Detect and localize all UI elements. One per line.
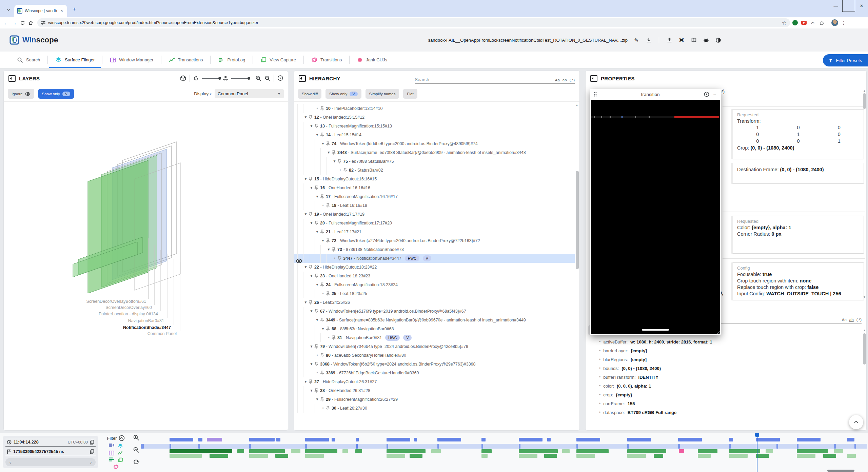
properties-scrollbar[interactable] [863, 93, 866, 109]
hierarchy-node-12[interactable]: ▼12 - OneHanded:15:15#12 [294, 113, 575, 122]
new-tab-button[interactable]: + [71, 5, 78, 13]
trace-segment[interactable] [562, 449, 570, 453]
trace-segment[interactable] [210, 454, 228, 458]
surfaceflinger-filter-icon[interactable] [118, 443, 123, 449]
regex-toggle[interactable]: (.*) [856, 318, 862, 323]
spacing-slider[interactable] [231, 78, 249, 79]
hierarchy-node-19[interactable]: ▼19 - OneHanded:17:17#19 [294, 210, 575, 219]
hierarchy-node-74[interactable]: ▼74 - WindowToken{fdddbe6 type=2000 andr… [294, 139, 575, 148]
copy-icon[interactable] [90, 440, 94, 445]
hierarchy-node-10[interactable]: •10 - ImePlaceholder:13:14#10 [294, 104, 575, 113]
hierarchy-node-13[interactable]: ▼13 - FullscreenMagnification:15:15#13 [294, 122, 575, 131]
copy-icon[interactable] [90, 449, 94, 454]
trace-segment[interactable] [519, 449, 558, 453]
expand-arrow-icon[interactable]: ▼ [315, 316, 320, 324]
trace-segment[interactable] [797, 438, 821, 441]
dark-mode-icon[interactable] [715, 37, 722, 43]
extension-meet-icon[interactable] [791, 19, 799, 26]
expand-arrow-icon[interactable]: ▼ [303, 377, 308, 386]
trace-segment[interactable] [305, 454, 324, 458]
expand-arrow-icon[interactable]: ▼ [309, 183, 314, 192]
node-label[interactable]: 18 - Leaf:16:16#18 [332, 201, 367, 210]
trace-segment[interactable] [576, 449, 609, 453]
transitions-filter-icon[interactable] [113, 464, 119, 470]
expand-arrow-icon[interactable]: ▼ [309, 122, 314, 131]
hierarchy-node-29[interactable]: ▼29 - FullscreenMagnification:26:27#29 [294, 395, 575, 404]
hierarchy-node-27[interactable]: ▼27 - HideDisplayCutout:26:31#27 [294, 377, 575, 386]
trace-segment[interactable] [437, 438, 461, 441]
property-item[interactable]: •barrierLayer: [empty] [586, 346, 864, 355]
hierarchy-node-81[interactable]: •81 - NavigationBar0#81HWCV [294, 333, 575, 342]
trace-segment[interactable] [797, 444, 798, 449]
trace-segment[interactable] [207, 438, 222, 441]
download-icon[interactable] [645, 37, 652, 43]
node-label[interactable]: 29 - FullscreenMagnification:26:27#29 [326, 395, 398, 404]
trace-segment[interactable] [249, 454, 268, 458]
zoom-in-icon[interactable] [255, 75, 261, 81]
tab-jank-cujs[interactable]: Jank CUJs [350, 52, 395, 68]
match-case-toggle[interactable]: Aa [842, 318, 847, 323]
property-item[interactable]: •activeBuffer: w: 1080, h: 2400, stride:… [586, 337, 864, 346]
hierarchy-node-72[interactable]: ▼72 - WindowToken{a2746de type=2040 andr… [294, 236, 575, 245]
trace-segment[interactable] [356, 444, 358, 449]
trace-segment[interactable] [576, 444, 578, 449]
trace-segment[interactable] [275, 454, 288, 458]
upload-icon[interactable] [666, 37, 673, 43]
hierarchy-node-18[interactable]: •18 - Leaf:16:16#18 [294, 201, 575, 210]
trace-segment[interactable] [431, 449, 441, 453]
displays-select[interactable]: Common Panel ▼ [215, 89, 284, 98]
trace-segment[interactable] [823, 454, 836, 458]
hierarchy-node-67[interactable]: ▼67 - WindowToken{e5176f9 type=2019 andr… [294, 307, 575, 316]
node-label[interactable]: 80 - ace6abb SecondaryHomeHandle0#80 [326, 351, 406, 360]
trace-segment[interactable] [355, 449, 362, 453]
trace-segment[interactable] [481, 438, 486, 441]
show-only-v-chip[interactable]: Show only V [38, 89, 74, 99]
trace-segment[interactable] [237, 449, 244, 453]
hierarchy-node-24[interactable]: ▼24 - FullscreenMagnification:18:23#24 [294, 280, 575, 289]
info-icon[interactable] [704, 92, 709, 97]
protolog-filter-icon[interactable] [109, 457, 114, 461]
expand-arrow-icon[interactable]: ▼ [320, 324, 326, 333]
spacing-icon[interactable] [223, 76, 228, 81]
transactions-filter-icon[interactable] [118, 451, 123, 455]
current-ns-field[interactable]: 1715339054227572545 ns [5, 447, 96, 456]
expand-arrow-icon[interactable]: ▼ [303, 175, 308, 183]
expand-arrow-icon[interactable]: ▼ [303, 298, 308, 307]
transition-screenshot-window[interactable]: transition – [590, 89, 721, 335]
extension-clip-icon[interactable]: ✂ [809, 19, 816, 26]
trace-segment[interactable] [249, 449, 285, 453]
trace-segment[interactable] [834, 444, 836, 449]
node-label[interactable]: 3447 - NotificationShade#3447HWCV [343, 254, 431, 263]
trace-segment[interactable] [342, 449, 348, 453]
trace-segment[interactable] [678, 444, 680, 449]
trace-segment[interactable] [797, 449, 828, 453]
trace-segment[interactable] [387, 449, 426, 453]
node-label[interactable]: 22 - HideDisplayCutout:18:23#22 [314, 263, 377, 272]
node-label[interactable]: 82 - StatusBar#82 [349, 166, 383, 175]
trace-segment[interactable] [414, 438, 417, 441]
trace-segment[interactable] [170, 438, 193, 441]
timeline-cursor[interactable] [757, 433, 757, 472]
trace-segment[interactable] [249, 438, 275, 441]
tab-close-icon[interactable]: × [59, 8, 64, 14]
forward-icon[interactable]: → [11, 19, 18, 26]
screenrecord-filter-icon[interactable] [109, 443, 114, 447]
node-label[interactable]: 75 - ed70f88 StatusBar#75 [343, 157, 394, 166]
hierarchy-node-3369[interactable]: •3369 - 67726bf EdgeBackGestureHandler0#… [294, 369, 575, 377]
window-close-button[interactable]: ✕ [855, 0, 868, 12]
trace-segment[interactable] [198, 444, 200, 449]
node-label[interactable]: 3449 - Surface(name=885b63e NavigationBa… [326, 316, 526, 324]
site-settings-icon[interactable] [41, 20, 45, 25]
scroll-up-icon[interactable]: ▲ [575, 103, 578, 107]
expand-arrow-icon[interactable]: ▼ [303, 263, 308, 272]
window-minimize-button[interactable]: — [829, 0, 842, 12]
regex-toggle[interactable]: (.*) [570, 78, 575, 83]
expand-arrow-icon[interactable]: ▼ [303, 210, 308, 219]
bookmark-star-icon[interactable]: ☆ [782, 20, 787, 26]
hierarchy-node-80[interactable]: •80 - ace6abb SecondaryHomeHandle0#80 [294, 351, 575, 360]
timeline-scrollbar[interactable] [827, 470, 854, 472]
hierarchy-node-3368[interactable]: ▼3368 - WindowToken{f6b2f60 type=2024 an… [294, 360, 575, 369]
trace-segment[interactable] [481, 454, 488, 458]
match-case-toggle[interactable]: Aa [555, 78, 560, 83]
reset-zoom-icon[interactable] [133, 459, 139, 465]
